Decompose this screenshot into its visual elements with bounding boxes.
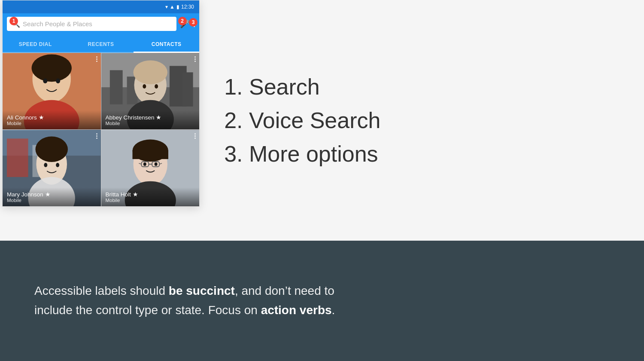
contact-menu-dots-abbey[interactable] bbox=[194, 56, 196, 62]
contact-name-britta: Britta Holt ★ bbox=[106, 191, 195, 198]
contact-card-britta[interactable]: Britta Holt ★ Mobile bbox=[101, 130, 200, 206]
bottom-section: Accessible labels should be succinct, an… bbox=[0, 241, 644, 361]
contact-name-abbey: Abbey Christensen ★ bbox=[106, 114, 195, 121]
contact-type-mary: Mobile bbox=[7, 198, 97, 203]
feature-item-more: More options bbox=[249, 137, 610, 171]
contact-info-ali: Ali Connors ★ Mobile bbox=[3, 110, 101, 129]
search-input-container[interactable]: 1 🔍 Search People & Places bbox=[7, 17, 176, 31]
bottom-text-bold2: action verbs bbox=[261, 303, 332, 317]
svg-rect-11 bbox=[182, 72, 193, 106]
contact-menu-dots-britta[interactable] bbox=[194, 133, 196, 139]
contact-type-britta: Mobile bbox=[106, 198, 195, 203]
contact-name-ali: Ali Connors ★ bbox=[7, 114, 97, 121]
right-icons: 2 🎤 3 bbox=[180, 19, 195, 29]
search-icon-badge: 1 🔍 bbox=[11, 19, 20, 28]
search-bar: 1 🔍 Search People & Places 2 🎤 3 bbox=[3, 13, 199, 34]
wifi-icon: ▾ bbox=[165, 4, 168, 10]
battery-icon: ▮ bbox=[176, 4, 179, 10]
tab-contacts[interactable]: CONTACTS bbox=[134, 35, 199, 53]
contact-info-mary: Mary Johnson ★ Mobile bbox=[3, 187, 101, 206]
tab-speed-dial[interactable]: SPEED DIAL bbox=[3, 35, 68, 53]
contact-card-abbey[interactable]: Abbey Christensen ★ Mobile bbox=[101, 53, 200, 129]
svg-point-22 bbox=[35, 136, 68, 162]
svg-point-25 bbox=[56, 163, 59, 167]
status-bar: ▾ ▲ ▮ 12:30 bbox=[3, 0, 199, 13]
svg-point-37 bbox=[154, 162, 157, 166]
voice-search-button[interactable]: 2 🎤 bbox=[180, 19, 189, 29]
contact-type-ali: Mobile bbox=[7, 121, 97, 126]
svg-point-36 bbox=[143, 162, 146, 166]
bottom-description: Accessible labels should be succinct, an… bbox=[34, 281, 361, 320]
contact-card-mary[interactable]: Mary Johnson ★ Mobile bbox=[3, 130, 101, 206]
svg-rect-29 bbox=[132, 150, 168, 159]
badge-2: 2 bbox=[178, 17, 187, 25]
svg-point-5 bbox=[56, 78, 60, 83]
contact-name-mary: Mary Johnson ★ bbox=[7, 191, 97, 198]
contact-menu-dots-ali[interactable] bbox=[96, 56, 97, 62]
contact-info-abbey: Abbey Christensen ★ Mobile bbox=[101, 110, 200, 129]
feature-item-voice: Voice Search bbox=[249, 104, 610, 137]
bottom-text-bold1: be succinct bbox=[169, 284, 235, 297]
phone-screen: ▾ ▲ ▮ 12:30 1 🔍 Search People & Places bbox=[2, 0, 200, 207]
svg-point-2 bbox=[32, 55, 72, 82]
svg-point-4 bbox=[43, 78, 47, 83]
contact-menu-dots-mary[interactable] bbox=[96, 133, 97, 139]
badge-1: 1 bbox=[9, 17, 18, 25]
svg-rect-19 bbox=[7, 138, 28, 177]
signal-icon: ▲ bbox=[170, 4, 175, 10]
more-options-button[interactable]: 3 bbox=[194, 21, 195, 27]
status-icons: ▾ ▲ ▮ 12:30 bbox=[165, 4, 194, 10]
svg-point-13 bbox=[133, 60, 167, 84]
tab-recents[interactable]: RECENTS bbox=[68, 35, 134, 53]
time-display: 12:30 bbox=[181, 4, 194, 10]
badge-3: 3 bbox=[189, 18, 197, 27]
contact-info-britta: Britta Holt ★ Mobile bbox=[101, 187, 200, 206]
tabs-bar: SPEED DIAL RECENTS CONTACTS bbox=[3, 34, 199, 53]
bottom-text-normal: Accessible labels should bbox=[34, 284, 169, 297]
svg-rect-8 bbox=[109, 70, 122, 104]
svg-point-15 bbox=[143, 84, 146, 89]
search-placeholder[interactable]: Search People & Places bbox=[23, 20, 172, 28]
contact-type-abbey: Mobile bbox=[106, 121, 195, 126]
svg-point-16 bbox=[155, 84, 158, 89]
feature-list-panel: Search Voice Search More options bbox=[202, 0, 644, 241]
contacts-grid: Ali Connors ★ Mobile bbox=[3, 53, 199, 206]
phone-mockup: ▾ ▲ ▮ 12:30 1 🔍 Search People & Places bbox=[0, 0, 202, 241]
svg-point-24 bbox=[44, 163, 47, 167]
feature-item-search: Search bbox=[249, 70, 610, 104]
feature-list: Search Voice Search More options bbox=[236, 70, 610, 171]
bottom-text-end: . bbox=[332, 303, 335, 317]
contact-card-ali[interactable]: Ali Connors ★ Mobile bbox=[3, 53, 101, 129]
